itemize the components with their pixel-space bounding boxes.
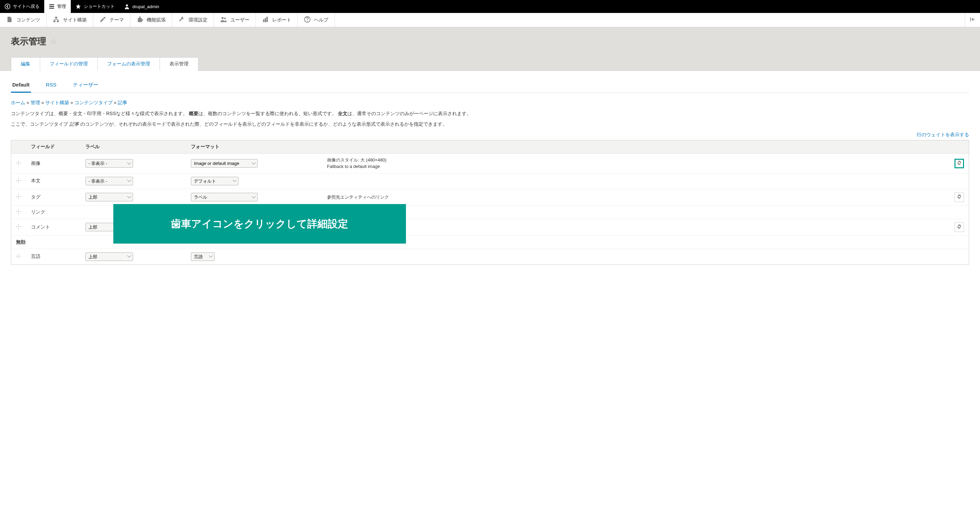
user-button[interactable]: drupal_admin: [119, 0, 164, 13]
primary-tabs: 編集 フィールドの管理 フォームの表示管理 表示管理: [11, 57, 969, 70]
drag-handle-icon[interactable]: [16, 224, 21, 230]
chart-icon: [262, 16, 269, 24]
weights-toggle: 行のウェイトを表示する: [11, 132, 969, 138]
menu-people[interactable]: ユーザー: [214, 13, 256, 27]
page-header: 表示管理 ☆ 編集 フィールドの管理 フォームの表示管理 表示管理: [0, 27, 980, 71]
format-select[interactable]: ラベル: [191, 193, 258, 201]
back-to-site-button[interactable]: サイトへ戻る: [0, 0, 44, 13]
tab-form-display[interactable]: フォームの表示管理: [97, 57, 160, 71]
help-text-1: コンテンツタイプは、概要・全文・印字用・RSSなど様々な様式で表示されます。 概…: [11, 109, 969, 118]
drag-handle-icon[interactable]: [16, 209, 21, 215]
menu-reports[interactable]: レポート: [256, 13, 298, 27]
label-select[interactable]: - 非表示 -: [86, 177, 133, 185]
svg-point-6: [221, 17, 224, 19]
th-field: フィールド: [26, 141, 81, 153]
crumb-article[interactable]: 記事: [118, 100, 127, 105]
top-toolbar: サイトへ戻る 管理 ショートカット drupal_admin: [0, 0, 980, 13]
menu-content[interactable]: コンテンツ: [0, 13, 47, 27]
table-row: 画像- 非表示 -Image or default image画像のスタイル: …: [11, 153, 969, 173]
collapse-button[interactable]: [965, 13, 980, 27]
format-summary: 画像のスタイル: 大 (480×480)Fallback to a defaul…: [327, 157, 945, 169]
puzzle-icon: [137, 16, 143, 24]
star-icon: [76, 4, 81, 9]
settings-gear-button[interactable]: [955, 159, 964, 168]
drag-handle-icon[interactable]: [16, 194, 21, 200]
structure-icon: [53, 16, 60, 24]
table-row: 本文- 非表示 -デフォルト: [11, 173, 969, 189]
gear-icon: [957, 160, 962, 166]
help-text-2: ここで、コンテンツタイプ 記事 のコンテンツが、それぞれの表示モードで表示された…: [11, 120, 969, 128]
svg-rect-4: [57, 21, 59, 22]
field-name: タグ: [26, 189, 81, 205]
field-name: 画像: [26, 153, 81, 173]
crumb-home[interactable]: ホーム: [11, 100, 25, 105]
gear-icon: [957, 224, 962, 230]
secondary-tabs: Default RSS ティーザー: [11, 79, 969, 93]
menu-extend-label: 機能拡張: [147, 17, 166, 23]
subtab-default[interactable]: Default: [11, 79, 31, 93]
svg-rect-2: [55, 17, 57, 18]
svg-rect-8: [263, 19, 264, 22]
svg-point-7: [224, 18, 226, 19]
crumb-content-types[interactable]: コンテンツタイプ: [75, 100, 113, 105]
menu-appearance-label: テーマ: [110, 17, 124, 23]
tab-display[interactable]: 表示管理: [159, 57, 198, 71]
breadcrumb: ホーム » 管理 » サイト構築 » コンテンツタイプ » 記事: [11, 100, 969, 106]
user-label: drupal_admin: [132, 4, 159, 9]
menu-reports-label: レポート: [272, 17, 291, 23]
format-select[interactable]: 言語: [191, 252, 215, 261]
settings-gear-button[interactable]: [955, 192, 964, 202]
annotation-text: 歯車アイコンをクリックして詳細設定: [171, 217, 348, 231]
menu-configuration-label: 環境設定: [189, 17, 208, 23]
format-select[interactable]: デフォルト: [191, 177, 239, 185]
drag-handle-icon[interactable]: [16, 178, 21, 184]
drag-handle-icon[interactable]: [16, 254, 21, 260]
menu-structure-label: サイト構築: [63, 17, 87, 23]
crumb-admin[interactable]: 管理: [30, 100, 40, 105]
menu-help-label: ヘルプ: [314, 17, 328, 23]
label-select[interactable]: - 非表示 -: [86, 159, 133, 168]
gear-icon: [957, 194, 962, 200]
th-label: ラベル: [81, 141, 186, 153]
menu-people-label: ユーザー: [231, 17, 250, 23]
page-title: 表示管理: [11, 35, 46, 47]
people-icon: [220, 16, 227, 24]
menu-help[interactable]: ヘルプ: [298, 13, 335, 27]
menu-configuration[interactable]: 環境設定: [172, 13, 214, 27]
subtab-rss[interactable]: RSS: [45, 79, 58, 93]
admin-menu: コンテンツ サイト構築 テーマ 機能拡張 環境設定 ユーザー レポート ヘルプ: [0, 13, 980, 27]
subtab-teaser[interactable]: ティーザー: [72, 79, 100, 93]
show-weights-link[interactable]: 行のウェイトを表示する: [917, 132, 969, 137]
tab-edit[interactable]: 編集: [11, 57, 40, 71]
shortcuts-button[interactable]: ショートカット: [71, 0, 119, 13]
svg-rect-3: [53, 21, 56, 22]
wrench-icon: [178, 16, 185, 24]
svg-point-1: [126, 5, 128, 6]
field-name: リンク: [26, 205, 81, 219]
label-select[interactable]: 上部: [86, 252, 133, 261]
format-select[interactable]: Image or default image: [191, 159, 258, 168]
field-name: 本文: [26, 173, 81, 189]
label-select[interactable]: 上部: [86, 193, 133, 201]
favorite-star-icon[interactable]: ☆: [50, 37, 57, 46]
menu-content-label: コンテンツ: [16, 17, 40, 23]
svg-rect-9: [265, 18, 266, 22]
field-name: コメント: [26, 219, 81, 235]
menu-structure[interactable]: サイト構築: [47, 13, 93, 27]
manage-label: 管理: [57, 3, 66, 10]
manage-button[interactable]: 管理: [44, 0, 71, 13]
drag-handle-icon[interactable]: [16, 160, 21, 166]
file-icon: [6, 16, 13, 24]
tab-fields[interactable]: フィールドの管理: [40, 57, 98, 71]
user-icon: [124, 4, 130, 9]
settings-gear-button[interactable]: [955, 222, 964, 232]
svg-point-12: [307, 21, 308, 21]
menu-appearance[interactable]: テーマ: [93, 13, 130, 27]
annotation-overlay: 歯車アイコンをクリックして詳細設定: [113, 204, 406, 244]
format-summary: 参照先エンティティへのリンク: [327, 194, 945, 200]
question-icon: [304, 16, 311, 24]
menu-extend[interactable]: 機能拡張: [130, 13, 172, 27]
brush-icon: [99, 16, 106, 24]
shortcuts-label: ショートカット: [84, 3, 115, 10]
crumb-structure[interactable]: サイト構築: [45, 100, 69, 105]
